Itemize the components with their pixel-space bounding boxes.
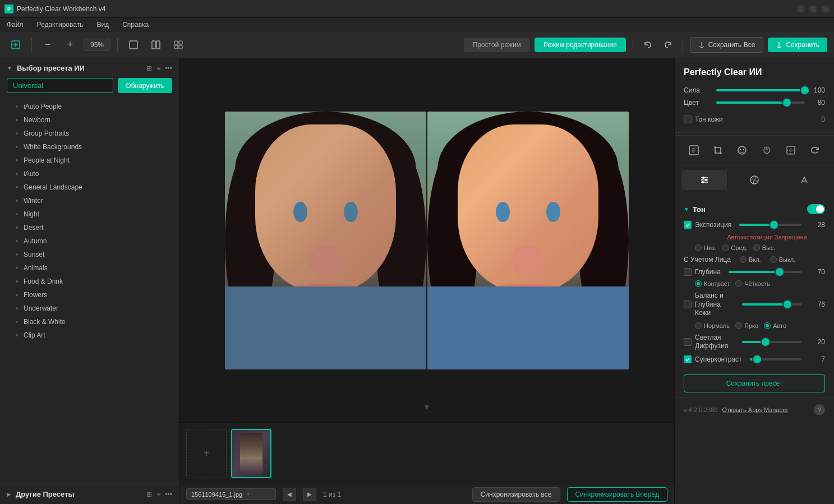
list-item[interactable]: Autumn (0, 234, 179, 248)
list-item[interactable]: Food & Drink (0, 275, 179, 288)
other-grid-icon[interactable]: ⊞ (146, 491, 152, 498)
tone-chevron-icon[interactable]: ▼ (684, 206, 689, 212)
list-item[interactable]: Winter (0, 194, 179, 207)
sync-forward-button[interactable]: Синхронизировать Вперёд (567, 487, 667, 502)
grid-icon[interactable]: ⊞ (146, 64, 152, 72)
menu-edit[interactable]: Редактировать (35, 20, 86, 30)
tone-toggle[interactable] (807, 204, 825, 214)
face-off-option[interactable]: Выкл. (770, 256, 796, 263)
menu-view[interactable]: Вид (94, 20, 111, 30)
other-presets-chevron-icon[interactable]: ▶ (7, 491, 11, 497)
next-image-button[interactable]: ▶ (303, 488, 316, 501)
skin-depth-checkbox[interactable] (684, 300, 692, 308)
tab-retouch[interactable] (782, 170, 827, 190)
radio-contrast[interactable]: Контраст (695, 280, 730, 287)
radio-auto[interactable]: Авто (764, 322, 786, 329)
list-item[interactable]: Sunset (0, 248, 179, 261)
simple-mode-button[interactable]: Простой режим (464, 38, 530, 52)
depth-slider[interactable] (729, 271, 801, 273)
close-button[interactable]: × (822, 5, 830, 13)
preset-dropdown[interactable]: Universal (7, 78, 113, 93)
expand-filmstrip-icon[interactable]: ▼ (423, 403, 430, 411)
menu-help[interactable]: Справка (120, 20, 151, 30)
supercontrast-checkbox[interactable] (684, 355, 692, 363)
tab-presets[interactable] (731, 170, 777, 190)
tab-adjustments[interactable] (681, 170, 727, 190)
list-item[interactable]: iAuto People (0, 100, 179, 113)
face-on-option[interactable]: Вкл. (740, 256, 761, 263)
undo-button[interactable] (640, 37, 656, 53)
zoom-in-button[interactable]: + (61, 36, 79, 54)
save-all-button[interactable]: Сохранить Все (690, 37, 764, 53)
add-image-button[interactable]: + (186, 429, 227, 478)
face-tool-button[interactable] (732, 140, 752, 160)
more-icon[interactable]: ••• (165, 64, 172, 72)
radio-sharpness[interactable]: Чёткость (735, 280, 770, 287)
radio-low[interactable]: Низ. (695, 244, 716, 251)
skin-depth-thumb[interactable] (784, 300, 791, 308)
detect-button[interactable]: Обнаружить (118, 78, 172, 93)
list-item[interactable]: People at Night (0, 154, 179, 167)
skin-tone-checkbox[interactable] (684, 115, 692, 123)
list-item[interactable]: Group Portraits (0, 127, 179, 140)
other-list-icon[interactable]: ≡ (156, 491, 160, 498)
depth-thumb[interactable] (776, 268, 784, 276)
radio-bright[interactable]: Ярко (735, 322, 758, 329)
radio-med[interactable]: Сред. (722, 244, 747, 251)
zoom-level[interactable]: 95% (84, 39, 110, 51)
sync-all-button[interactable]: Синхронизировать все (472, 487, 560, 502)
retouch-tool-button[interactable] (781, 140, 801, 160)
apps-manager-link[interactable]: Открыть Apps Manager (722, 406, 789, 413)
list-item[interactable]: Underwater (0, 302, 179, 315)
list-item[interactable]: Animals (0, 261, 179, 275)
color-thumb[interactable] (783, 99, 791, 107)
list-item[interactable]: Newborn (0, 113, 179, 127)
diffusion-checkbox[interactable] (684, 338, 692, 346)
list-item[interactable]: Night (0, 207, 179, 221)
diffusion-thumb[interactable] (762, 338, 770, 346)
prev-image-button[interactable]: ◀ (283, 488, 296, 501)
edit-mode-button[interactable]: Режим редактирования (535, 38, 626, 52)
adjust-tool-button[interactable] (684, 140, 704, 160)
exposure-thumb[interactable] (770, 221, 778, 229)
exposure-slider[interactable] (739, 224, 801, 226)
depth-checkbox[interactable] (684, 268, 692, 276)
list-item[interactable]: Black & White (0, 315, 179, 329)
skin-depth-fill (742, 303, 787, 306)
grid-view-button[interactable] (169, 36, 187, 54)
refresh-tool-button[interactable] (805, 140, 825, 160)
save-preset-button[interactable]: Сохранить пресет (684, 374, 825, 392)
strength-slider[interactable] (716, 89, 805, 91)
minimize-button[interactable]: – (797, 5, 805, 13)
redo-button[interactable] (660, 37, 676, 53)
color-tool-button[interactable] (757, 140, 777, 160)
save-button[interactable]: Сохранить (768, 38, 827, 52)
supercontrast-slider[interactable] (750, 358, 801, 360)
single-view-button[interactable] (125, 36, 142, 54)
color-slider[interactable] (716, 101, 805, 104)
supercontrast-thumb[interactable] (753, 355, 761, 363)
preset-chevron-icon[interactable]: ▼ (7, 65, 12, 71)
list-item[interactable]: Desert (0, 221, 179, 234)
radio-normal[interactable]: Нормаль (695, 322, 730, 329)
expand-view-button[interactable] (7, 36, 25, 54)
radio-high[interactable]: Выс. (753, 244, 776, 251)
list-item[interactable]: Clip Art (0, 329, 179, 342)
crop-tool-button[interactable] (708, 140, 728, 160)
maximize-button[interactable]: □ (809, 5, 817, 13)
zoom-out-button[interactable]: − (39, 36, 57, 54)
list-item[interactable]: General Landscape (0, 181, 179, 194)
list-item[interactable]: Flowers (0, 288, 179, 302)
skin-depth-slider[interactable] (742, 303, 801, 306)
compare-view-button[interactable] (147, 36, 165, 54)
list-item[interactable]: White Backgrounds (0, 140, 179, 154)
exposure-checkbox[interactable] (684, 221, 692, 229)
list-icon[interactable]: ≡ (156, 64, 160, 72)
menu-file[interactable]: Файл (4, 20, 26, 30)
strength-thumb[interactable] (801, 86, 809, 94)
diffusion-slider[interactable] (742, 341, 801, 343)
other-more-icon[interactable]: ••• (165, 491, 172, 498)
help-button[interactable]: ? (814, 404, 825, 415)
filmstrip-thumbnail[interactable] (231, 429, 271, 478)
list-item[interactable]: iAuto (0, 167, 179, 181)
